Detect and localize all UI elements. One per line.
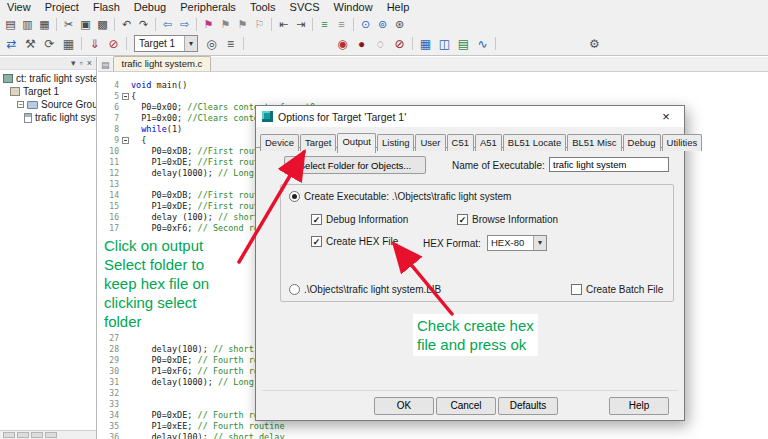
code-line[interactable]: 36 delay(100); // short delay	[98, 432, 768, 439]
pin-icon[interactable]: ▫	[78, 57, 85, 69]
ok-button[interactable]: OK	[374, 397, 434, 415]
dialog-tab-device[interactable]: Device	[260, 134, 299, 151]
menu-peripherals[interactable]: Peripherals	[173, 0, 243, 14]
flash-download-icon[interactable]: ⇓	[85, 35, 104, 53]
checkbox-icon[interactable]	[311, 236, 322, 247]
code-line[interactable]: 4void main()	[98, 80, 768, 91]
new-file-icon[interactable]: ▤	[2, 17, 19, 32]
dialog-tab-output[interactable]: Output	[337, 133, 376, 153]
help-button[interactable]: Help	[609, 397, 669, 415]
hex-format-select[interactable]: HEX-80 ▾	[487, 235, 547, 251]
chevron-down-icon[interactable]: ▾	[184, 36, 197, 51]
dialog-tab-c51[interactable]: C51	[447, 134, 474, 151]
rebuild-icon[interactable]: ⟳	[40, 35, 59, 53]
expander-icon[interactable]	[17, 101, 24, 108]
menu-view[interactable]: View	[0, 0, 38, 14]
save-icon[interactable]: ▦	[36, 17, 53, 32]
tree-item-trafic-light-system-c[interactable]: trafic light system.c	[0, 111, 96, 124]
templates-tab-icon[interactable]	[45, 432, 57, 438]
menu-project[interactable]: Project	[38, 0, 86, 14]
tree-item-target-1[interactable]: Target 1	[0, 85, 96, 98]
cancel-button[interactable]: Cancel	[436, 397, 496, 415]
batch-build-icon[interactable]: ▦	[59, 35, 78, 53]
executable-name-input[interactable]	[549, 157, 669, 172]
options-for-target-icon[interactable]: ◎	[202, 35, 221, 53]
insert-breakpoint-icon[interactable]: ●	[352, 35, 371, 53]
panel-menu-icon[interactable]: ▾	[69, 57, 78, 69]
next-bookmark-icon[interactable]: ⚑	[234, 17, 251, 32]
menu-tools[interactable]: Tools	[243, 0, 283, 14]
memory-window-icon[interactable]: ▦	[416, 35, 435, 53]
menu-help[interactable]: Help	[380, 0, 417, 14]
target-select[interactable]: Target 1▾	[134, 35, 198, 52]
indent-icon[interactable]: ⇥	[292, 17, 309, 32]
create-batch-file-checkbox[interactable]: Create Batch File	[571, 284, 663, 295]
serial-window-icon[interactable]: ▤	[454, 35, 473, 53]
undo-icon[interactable]: ↶	[118, 17, 135, 32]
analysis-window-icon[interactable]: ∿	[473, 35, 492, 53]
close-icon[interactable]: ×	[654, 107, 678, 127]
replace-icon[interactable]: ⊛	[391, 17, 408, 32]
dialog-tab-bl51-misc[interactable]: BL51 Misc	[567, 134, 621, 151]
tree-item-ct-trafic-light-system[interactable]: ct: trafic light system	[0, 72, 96, 85]
watch-window-icon[interactable]: ◫	[435, 35, 454, 53]
uncomment-icon[interactable]: ≡	[333, 17, 350, 32]
configure-icon[interactable]: ⚙	[585, 35, 604, 53]
project-tab-icon[interactable]	[3, 432, 15, 438]
copy-icon[interactable]: ▣	[77, 17, 94, 32]
translate-icon[interactable]: ⇄	[2, 35, 21, 53]
editor-tab[interactable]: trafic light system.c	[113, 56, 212, 71]
dialog-tab-listing[interactable]: Listing	[377, 134, 414, 151]
defaults-button[interactable]: Defaults	[498, 397, 558, 415]
comment-icon[interactable]: ≡	[316, 17, 333, 32]
cut-icon[interactable]: ✂	[60, 17, 77, 32]
dialog-tab-user[interactable]: User	[415, 134, 445, 151]
manage-project-items-icon[interactable]: ≡	[221, 35, 240, 53]
create-hex-file-checkbox[interactable]: Create HEX File	[311, 236, 398, 247]
fold-marker-icon[interactable]	[122, 137, 129, 144]
dialog-tab-utilities[interactable]: Utilities	[662, 134, 703, 151]
kill-breakpoints-icon[interactable]: ⊘	[390, 35, 409, 53]
checkbox-icon[interactable]	[571, 284, 582, 295]
find-in-files-icon[interactable]: ⊚	[374, 17, 391, 32]
menu-debug[interactable]: Debug	[127, 0, 173, 14]
menu-svcs[interactable]: SVCS	[283, 0, 327, 14]
checkbox-icon[interactable]	[311, 214, 322, 225]
create-executable-radio[interactable]: Create Executable: .\Objects\trafic ligh…	[289, 191, 511, 202]
redo-icon[interactable]: ↷	[135, 17, 152, 32]
dialog-tab-bl51-locate[interactable]: BL51 Locate	[503, 134, 566, 151]
fold-marker-icon[interactable]	[122, 93, 129, 100]
checkbox-icon[interactable]	[457, 214, 468, 225]
paste-icon[interactable]: ▩	[94, 17, 111, 32]
radio-dot-icon[interactable]	[289, 191, 300, 202]
open-file-icon[interactable]: ▥	[19, 17, 36, 32]
flash-erase-icon[interactable]: ⊘	[104, 35, 123, 53]
select-folder-for-objects-button[interactable]: Select Folder for Objects...	[284, 156, 426, 174]
functions-tab-icon[interactable]	[31, 432, 43, 438]
menu-window[interactable]: Window	[327, 0, 380, 14]
code-line[interactable]: 35 P1=0xEE; // Fourth routine	[98, 421, 768, 432]
tree-item-source-group-1[interactable]: Source Group 1	[0, 98, 96, 111]
books-tab-icon[interactable]	[17, 432, 29, 438]
clear-bookmarks-icon[interactable]: ⚐	[251, 17, 268, 32]
browse-information-checkbox[interactable]: Browse Information	[457, 214, 558, 225]
menu-flash[interactable]: Flash	[86, 0, 127, 14]
create-library-radio[interactable]: .\Objects\trafic light system.LIB	[289, 284, 441, 295]
radio-dot-icon[interactable]	[289, 284, 300, 295]
build-icon[interactable]: ⚒	[21, 35, 40, 53]
dialog-titlebar[interactable]: Options for Target 'Target 1' ×	[256, 106, 684, 127]
disable-breakpoints-icon[interactable]: ◌	[371, 35, 390, 53]
prev-bookmark-icon[interactable]: ⚑	[217, 17, 234, 32]
dialog-tab-target[interactable]: Target	[300, 134, 336, 151]
dialog-tab-a51[interactable]: A51	[475, 134, 502, 151]
close-icon[interactable]: ×	[85, 57, 94, 69]
dialog-tab-debug[interactable]: Debug	[623, 134, 661, 151]
chevron-down-icon[interactable]: ▾	[533, 236, 546, 250]
find-icon[interactable]: ⊙	[357, 17, 374, 32]
bookmark-icon[interactable]: ⚑	[200, 17, 217, 32]
debug-information-checkbox[interactable]: Debug Information	[311, 214, 408, 225]
nav-forward-icon[interactable]: ⇨	[176, 17, 193, 32]
code-line[interactable]: 5{	[98, 91, 768, 102]
outdent-icon[interactable]: ⇤	[275, 17, 292, 32]
nav-back-icon[interactable]: ⇦	[159, 17, 176, 32]
